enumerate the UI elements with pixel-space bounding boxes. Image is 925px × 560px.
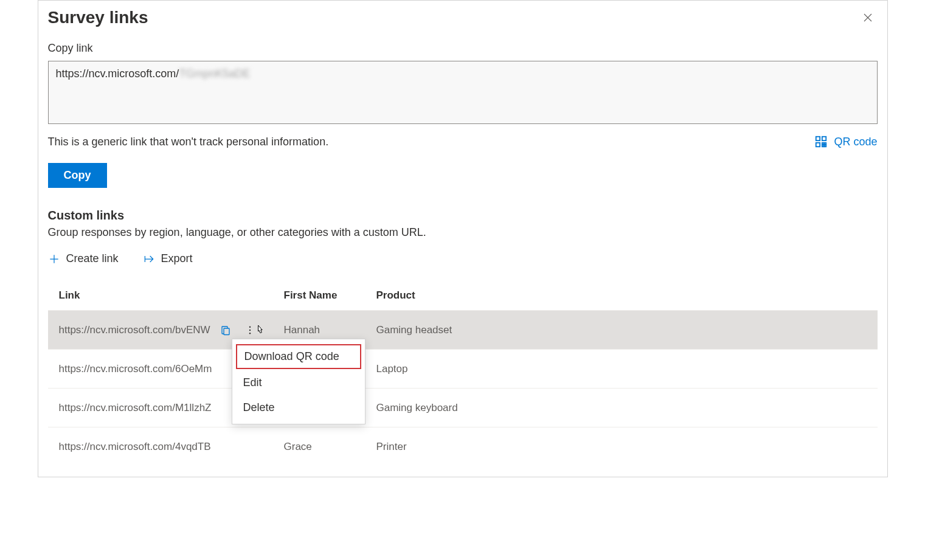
svg-point-9 [249, 329, 250, 330]
export-icon [143, 253, 155, 265]
survey-links-panel: Survey links Copy link https://ncv.micro… [38, 0, 888, 477]
helper-text: This is a generic link that won't track … [48, 136, 329, 148]
table-row[interactable]: https://ncv.microsoft.com/M1llzhZGaming … [48, 388, 878, 427]
table-row[interactable]: https://ncv.microsoft.com/bvENWHannahGam… [48, 310, 878, 349]
menu-item-download-qr-code[interactable]: Download QR code [236, 344, 361, 369]
svg-rect-7 [224, 328, 229, 335]
link-text: https://ncv.microsoft.com/6OeMm [59, 363, 212, 375]
svg-rect-6 [822, 145, 824, 147]
cell-product: Printer [376, 441, 867, 453]
menu-item-edit[interactable]: Edit [232, 370, 365, 395]
more-options-icon[interactable] [244, 325, 255, 336]
svg-rect-1 [822, 137, 826, 140]
custom-links-desc: Group responses by region, language, or … [48, 226, 878, 239]
svg-rect-5 [825, 143, 826, 145]
create-link-button[interactable]: Create link [48, 252, 119, 265]
column-header-product[interactable]: Product [376, 289, 867, 302]
table-row[interactable]: https://ncv.microsoft.com/4vqdTBGracePri… [48, 427, 878, 466]
qr-code-link[interactable]: QR code [814, 135, 877, 148]
close-icon [862, 12, 873, 23]
link-text: https://ncv.microsoft.com/M1llzhZ [59, 402, 212, 414]
column-header-link[interactable]: Link [59, 289, 284, 302]
copy-link-icon[interactable] [220, 325, 231, 336]
cell-product: Gaming keyboard [376, 402, 867, 414]
custom-links-table: Link First Name Product https://ncv.micr… [48, 281, 878, 466]
create-link-label: Create link [66, 252, 119, 265]
custom-links-actions: Create link Export [48, 252, 878, 265]
qr-code-icon [814, 135, 828, 148]
close-button[interactable] [858, 8, 878, 27]
helper-row: This is a generic link that won't track … [48, 135, 878, 148]
custom-links-title: Custom links [48, 209, 878, 223]
copy-button[interactable]: Copy [48, 163, 107, 188]
svg-point-10 [249, 333, 250, 334]
link-text: https://ncv.microsoft.com/bvENW [59, 324, 210, 336]
svg-rect-2 [816, 143, 820, 147]
table-header: Link First Name Product [48, 281, 878, 310]
panel-title: Survey links [48, 8, 148, 27]
export-label: Export [161, 252, 193, 265]
cell-product: Gaming headset [376, 324, 867, 336]
svg-rect-3 [822, 143, 824, 145]
row-actions [220, 325, 255, 336]
link-text: https://ncv.microsoft.com/4vqdTB [59, 441, 211, 453]
cell-first-name: Hannah [284, 324, 376, 336]
row-context-menu: Download QR codeEditDelete [232, 339, 365, 424]
copy-link-label: Copy link [48, 42, 878, 55]
svg-point-8 [249, 326, 250, 327]
cell-link: https://ncv.microsoft.com/4vqdTB [59, 441, 284, 453]
cell-product: Laptop [376, 363, 867, 375]
column-header-first-name[interactable]: First Name [284, 289, 376, 302]
cell-first-name: Grace [284, 441, 376, 453]
svg-rect-4 [825, 145, 826, 147]
panel-header: Survey links [48, 8, 878, 27]
qr-code-label: QR code [834, 136, 877, 148]
export-button[interactable]: Export [143, 252, 193, 265]
svg-rect-0 [816, 137, 820, 140]
menu-item-delete[interactable]: Delete [232, 395, 365, 420]
table-row[interactable]: https://ncv.microsoft.com/6OeMmLaptop [48, 349, 878, 388]
plus-icon [48, 253, 60, 265]
cell-link: https://ncv.microsoft.com/bvENW [59, 324, 284, 336]
link-prefix: https://ncv.microsoft.com/ [56, 67, 179, 80]
copy-link-input[interactable]: https://ncv.microsoft.com/TGmpnK5aDE [48, 61, 878, 124]
link-obscured-tail: TGmpnK5aDE [179, 67, 250, 80]
